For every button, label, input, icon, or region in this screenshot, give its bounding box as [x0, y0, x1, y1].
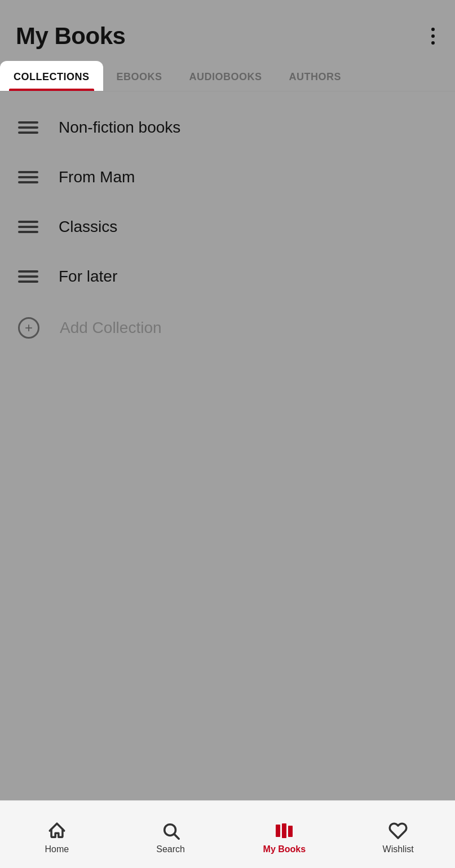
- dot-2: [431, 34, 435, 38]
- home-label: Home: [45, 844, 69, 854]
- svg-line-1: [174, 834, 179, 839]
- add-collection-icon: [18, 317, 39, 339]
- nav-home[interactable]: Home: [0, 815, 114, 854]
- tab-authors[interactable]: AUTHORS: [276, 61, 355, 91]
- hamburger-icon: [18, 270, 38, 283]
- tab-bar: COLLECTIONS EBOOKS AUDIOBOOKS AUTHORS: [0, 61, 455, 91]
- list-icon: [18, 221, 38, 233]
- home-svg: [47, 821, 67, 840]
- svg-rect-4: [288, 826, 293, 837]
- tab-ebooks[interactable]: EBOOKS: [103, 61, 176, 91]
- collection-name: From Mam: [59, 168, 135, 186]
- collection-name: Non-fiction books: [59, 119, 180, 137]
- search-svg: [161, 821, 180, 840]
- bottom-nav: Home Search My Books Wishlist: [0, 800, 455, 868]
- wishlist-label: Wishlist: [383, 844, 414, 854]
- tab-collections[interactable]: COLLECTIONS: [0, 61, 103, 91]
- search-icon: [161, 821, 181, 841]
- main-content: My Books COLLECTIONS EBOOKS AUDIOBOOKS A…: [0, 0, 455, 800]
- hamburger-icon: [18, 221, 38, 233]
- svg-rect-3: [282, 823, 286, 838]
- home-icon: [47, 821, 67, 841]
- list-item[interactable]: From Mam: [0, 152, 455, 202]
- collection-name: For later: [59, 268, 117, 286]
- list-icon: [18, 270, 38, 283]
- list-item[interactable]: For later: [0, 252, 455, 301]
- header: My Books: [0, 0, 455, 61]
- hamburger-icon: [18, 171, 38, 183]
- add-collection-label: Add Collection: [60, 319, 162, 337]
- collection-name: Classics: [59, 218, 117, 236]
- dot-1: [431, 28, 435, 31]
- svg-rect-2: [276, 825, 280, 837]
- hamburger-icon: [18, 121, 38, 134]
- list-item[interactable]: Non-fiction books: [0, 103, 455, 152]
- mybooks-icon: [274, 821, 294, 841]
- nav-mybooks[interactable]: My Books: [228, 815, 342, 854]
- list-item[interactable]: Classics: [0, 202, 455, 252]
- add-collection-button[interactable]: Add Collection: [0, 301, 455, 354]
- mybooks-svg: [275, 821, 294, 840]
- tab-audiobooks[interactable]: AUDIOBOOKS: [176, 61, 276, 91]
- collections-list: Non-fiction books From Mam Classics: [0, 91, 455, 800]
- mybooks-label: My Books: [263, 844, 306, 854]
- wishlist-svg: [388, 821, 408, 840]
- list-icon: [18, 171, 38, 183]
- dot-3: [431, 41, 435, 45]
- list-icon: [18, 121, 38, 134]
- page-title: My Books: [16, 23, 125, 50]
- wishlist-icon: [388, 821, 408, 841]
- nav-search[interactable]: Search: [114, 815, 228, 854]
- more-options-button[interactable]: [427, 23, 439, 49]
- search-label: Search: [156, 844, 185, 854]
- nav-wishlist[interactable]: Wishlist: [341, 815, 455, 854]
